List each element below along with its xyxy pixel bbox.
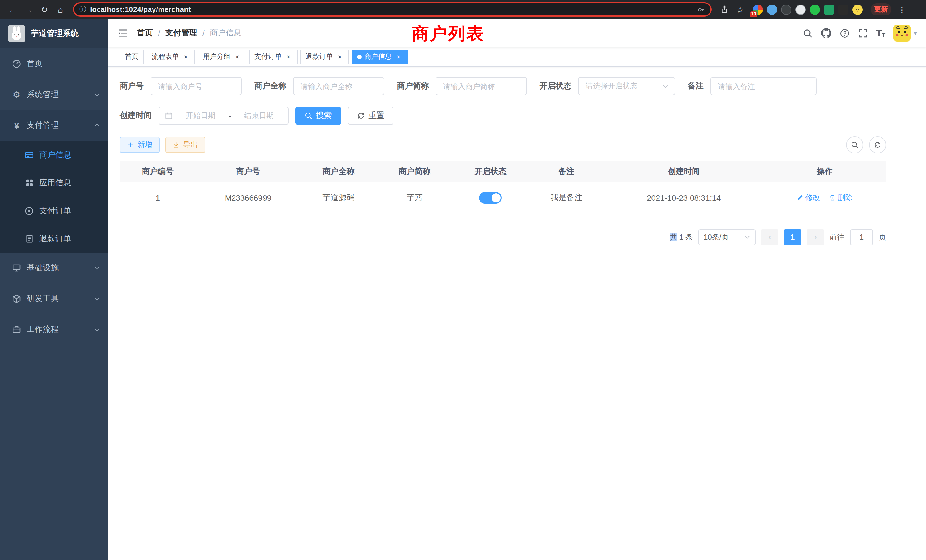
page-1-button[interactable]: 1 xyxy=(784,229,801,245)
page-size-select[interactable]: 10条/页 xyxy=(699,229,755,245)
sidebar-item-system[interactable]: ⚙ 系统管理 xyxy=(0,79,108,110)
tab-merchant-info[interactable]: 商户信息 × xyxy=(352,49,408,64)
help-icon[interactable] xyxy=(840,28,849,38)
delete-link[interactable]: 删除 xyxy=(829,193,852,203)
dashboard-icon xyxy=(11,59,22,68)
add-button[interactable]: 新增 xyxy=(120,137,160,153)
hamburger-icon[interactable] xyxy=(108,27,137,39)
close-icon[interactable]: × xyxy=(233,53,241,61)
fullscreen-icon[interactable] xyxy=(858,28,867,38)
start-date-placeholder: 开始日期 xyxy=(177,110,224,121)
site-info-icon[interactable]: ⓘ xyxy=(79,5,86,14)
close-icon[interactable]: × xyxy=(336,53,344,61)
sidebar-item-payment[interactable]: ¥ 支付管理 xyxy=(0,110,108,141)
breadcrumb: 首页 / 支付管理 / 商户信息 xyxy=(137,28,242,38)
tab-label: 用户分组 xyxy=(203,52,230,62)
export-button[interactable]: 导出 xyxy=(165,137,205,153)
breadcrumb-payment[interactable]: 支付管理 xyxy=(165,28,197,38)
sidebar-item-infra[interactable]: 基础设施 xyxy=(0,253,108,283)
search-icon[interactable] xyxy=(803,28,812,38)
browser-back-icon[interactable]: ← xyxy=(6,3,20,16)
reset-button[interactable]: 重置 xyxy=(348,107,393,125)
close-icon[interactable]: × xyxy=(284,53,292,61)
sidebar-item-label: 商户信息 xyxy=(39,150,71,160)
extensions-cluster: 10 xyxy=(753,4,863,15)
user-menu[interactable]: ▾ xyxy=(894,24,917,42)
status-select[interactable]: 请选择开启状态 xyxy=(578,77,675,95)
sidebar-item-pay-order[interactable]: 支付订单 xyxy=(0,197,108,225)
sidebar-item-merchant-info[interactable]: 商户信息 xyxy=(0,141,108,169)
filter-row-2: 创建时间 开始日期 - 结束日期 xyxy=(120,107,915,125)
breadcrumb-current: 商户信息 xyxy=(210,28,242,38)
field-label: 商户全称 xyxy=(254,81,293,91)
breadcrumb-home[interactable]: 首页 xyxy=(137,28,153,38)
sidebar-item-label: 系统管理 xyxy=(27,89,59,100)
sidebar-item-app-info[interactable]: 应用信息 xyxy=(0,169,108,197)
next-page-button[interactable]: › xyxy=(807,229,824,245)
button-label: 重置 xyxy=(368,110,384,121)
app-title: 芋道管理系统 xyxy=(31,29,79,39)
github-icon[interactable] xyxy=(821,28,831,38)
cell-actions: 修改 删除 xyxy=(763,182,886,214)
edit-link[interactable]: 修改 xyxy=(797,193,820,203)
tab-pay-order[interactable]: 支付订单 × xyxy=(249,49,298,64)
font-size-icon[interactable]: TT xyxy=(876,28,885,38)
chevron-down-icon xyxy=(94,265,100,271)
sidebar-item-devtools[interactable]: 研发工具 xyxy=(0,283,108,314)
extension-icon[interactable] xyxy=(767,4,777,15)
extension-icon[interactable] xyxy=(824,4,834,15)
merchant-full-name-input[interactable] xyxy=(293,77,384,95)
field-label: 商户简称 xyxy=(397,81,436,91)
goto-page-input[interactable] xyxy=(850,229,873,245)
chevron-down-icon xyxy=(744,234,750,240)
sidebar-item-refund-order[interactable]: 退款订单 xyxy=(0,225,108,253)
extension-icon[interactable] xyxy=(796,4,806,15)
search-button[interactable]: 搜索 xyxy=(295,107,341,125)
share-icon[interactable] xyxy=(717,3,731,16)
sidebar-item-home[interactable]: 首页 xyxy=(0,48,108,79)
tab-user-group[interactable]: 用户分组 × xyxy=(198,49,246,64)
tab-home[interactable]: 首页 xyxy=(120,49,144,64)
extension-icon[interactable] xyxy=(838,4,849,15)
merchant-no-input[interactable] xyxy=(151,77,242,95)
extension-icon[interactable] xyxy=(852,4,863,15)
tags-view: 首页 流程表单 × 用户分组 × 支付订单 × 退款订单 × xyxy=(108,47,926,67)
bookmark-star-icon[interactable]: ☆ xyxy=(733,3,747,16)
browser-forward-icon[interactable]: → xyxy=(22,3,35,16)
close-icon[interactable]: × xyxy=(395,53,402,61)
extension-icon[interactable]: 10 xyxy=(753,4,763,15)
user-avatar[interactable] xyxy=(894,24,911,42)
sidebar-item-label: 应用信息 xyxy=(39,178,71,188)
browser-home-icon[interactable]: ⌂ xyxy=(54,3,67,16)
tab-refund-order[interactable]: 退款订单 × xyxy=(301,49,349,64)
gear-icon: ⚙ xyxy=(11,89,22,100)
tab-process-form[interactable]: 流程表单 × xyxy=(147,49,195,64)
button-label: 搜索 xyxy=(316,110,332,121)
address-bar[interactable]: ⓘ localhost:1024/pay/merchant xyxy=(73,2,712,17)
close-icon[interactable]: × xyxy=(182,53,190,61)
status-toggle[interactable] xyxy=(479,192,502,204)
remark-input[interactable] xyxy=(710,77,817,95)
table-row: 1 M233666999 芋道源码 芋艿 我是备注 2021-10-23 08:… xyxy=(120,182,886,214)
cell-id: 1 xyxy=(120,182,196,214)
filter-create-time: 创建时间 开始日期 - 结束日期 xyxy=(120,107,289,125)
hide-search-button[interactable] xyxy=(846,136,863,153)
extension-icon[interactable] xyxy=(781,4,791,15)
prev-page-button[interactable]: ‹ xyxy=(761,229,778,245)
right-toolbar xyxy=(846,136,886,153)
chrome-update-button[interactable]: 更新 xyxy=(871,3,891,15)
total-suffix: 条 xyxy=(685,232,693,241)
sidebar: 芋道管理系统 首页 ⚙ 系统管理 xyxy=(0,19,108,560)
sidebar-item-workflow[interactable]: 工作流程 xyxy=(0,314,108,345)
refresh-button[interactable] xyxy=(869,136,886,153)
password-key-icon[interactable] xyxy=(698,5,705,14)
table-toolbar: 新增 导出 xyxy=(120,136,886,153)
merchant-short-name-input[interactable] xyxy=(436,77,527,95)
browser-menu-icon[interactable]: ⋮ xyxy=(896,5,908,14)
extension-icon[interactable] xyxy=(809,4,820,15)
app-logo xyxy=(8,25,25,42)
tab-label: 流程表单 xyxy=(152,52,179,62)
date-range-picker[interactable]: 开始日期 - 结束日期 xyxy=(159,107,289,125)
browser-reload-icon[interactable]: ↻ xyxy=(38,3,51,16)
screen: ← → ↻ ⌂ ⓘ localhost:1024/pay/merchant ☆ … xyxy=(0,0,926,560)
